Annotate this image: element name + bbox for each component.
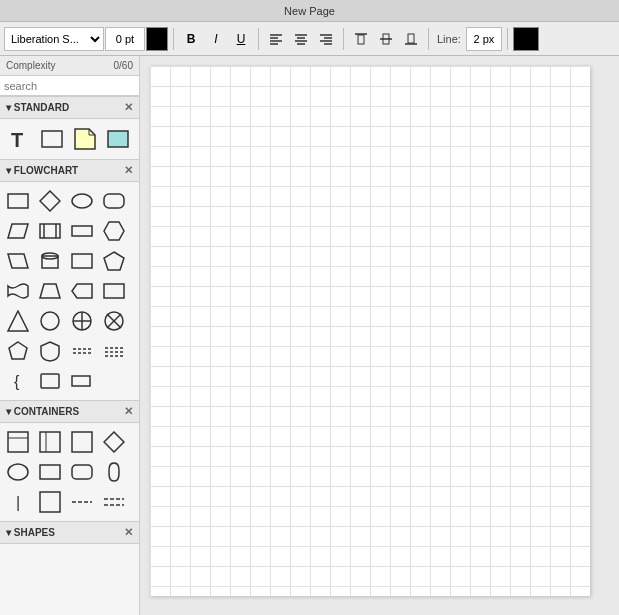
shape-diamond[interactable]: [36, 187, 64, 215]
valign-bottom-button[interactable]: [399, 27, 423, 51]
sep5: [507, 28, 508, 50]
svg-rect-55: [72, 376, 90, 386]
shapes-section-header[interactable]: ▾ SHAPES ✕: [0, 521, 139, 544]
font-family-select[interactable]: Liberation S...: [4, 27, 104, 51]
line-color-swatch[interactable]: [513, 27, 539, 51]
shape-swim-h[interactable]: [36, 428, 64, 456]
flowchart-shapes: {: [0, 182, 139, 400]
shape-flow-d[interactable]: [68, 277, 96, 305]
svg-rect-19: [42, 131, 62, 147]
shape-rect7[interactable]: [36, 488, 64, 516]
sep1: [173, 28, 174, 50]
shape-circle-cross[interactable]: [68, 307, 96, 335]
containers-section-header[interactable]: ▾ CONTAINERS ✕: [0, 400, 139, 423]
svg-marker-26: [8, 224, 28, 238]
line-size-input[interactable]: [466, 27, 502, 51]
shape-rectangle[interactable]: [37, 124, 67, 154]
shape-brace[interactable]: {: [4, 367, 32, 395]
shape-pentagon[interactable]: [100, 247, 128, 275]
shape-rect6[interactable]: [68, 458, 96, 486]
align-right-icon: [319, 32, 333, 46]
valign-middle-icon: [379, 32, 393, 46]
shape-hexagon[interactable]: [100, 217, 128, 245]
shape-trapezoid[interactable]: [36, 277, 64, 305]
svg-marker-36: [104, 252, 124, 270]
shapes-close-button[interactable]: ✕: [124, 526, 133, 539]
shape-cylinder[interactable]: [36, 247, 64, 275]
valign-top-button[interactable]: [349, 27, 373, 51]
shape-pipe[interactable]: |: [4, 488, 32, 516]
shape-empty[interactable]: [68, 367, 96, 395]
valign-bottom-icon: [404, 32, 418, 46]
shape-dash3[interactable]: [68, 488, 96, 516]
sep2: [258, 28, 259, 50]
tab-title[interactable]: New Page: [284, 5, 335, 17]
search-input[interactable]: [4, 80, 140, 92]
flowchart-close-button[interactable]: ✕: [124, 164, 133, 177]
font-size-input[interactable]: [105, 27, 145, 51]
shape-tape[interactable]: [4, 277, 32, 305]
svg-marker-39: [8, 311, 28, 331]
shape-input[interactable]: [4, 217, 32, 245]
svg-rect-56: [8, 432, 28, 452]
shape-rect5[interactable]: [36, 458, 64, 486]
font-color-swatch[interactable]: [146, 27, 168, 51]
shape-parallelogram[interactable]: [4, 247, 32, 275]
align-center-button[interactable]: [289, 27, 313, 51]
valign-middle-button[interactable]: [374, 27, 398, 51]
shape-circle-x[interactable]: [100, 307, 128, 335]
flowchart-section-header[interactable]: ▾ FLOWCHART ✕: [0, 159, 139, 182]
shape-brace2[interactable]: [100, 458, 128, 486]
shape-triangle[interactable]: [4, 307, 32, 335]
containers-close-button[interactable]: ✕: [124, 405, 133, 418]
standard-section-header[interactable]: ▾ STANDARD ✕: [0, 96, 139, 119]
align-left-button[interactable]: [264, 27, 288, 51]
shape-ellipse2[interactable]: [4, 458, 32, 486]
left-panel: Complexity 0/60 ✕ ▾ STANDARD ✕ T: [0, 56, 140, 615]
shape-rounded-rect[interactable]: [100, 187, 128, 215]
shape-bracket[interactable]: [36, 367, 64, 395]
shape-rect4[interactable]: [100, 277, 128, 305]
shape-rect3[interactable]: [68, 247, 96, 275]
svg-rect-38: [104, 284, 124, 298]
shape-pentagon2[interactable]: [4, 337, 32, 365]
shape-circle[interactable]: [36, 307, 64, 335]
italic-button[interactable]: I: [204, 27, 228, 51]
svg-rect-21: [108, 131, 128, 147]
shape-predefined[interactable]: [36, 217, 64, 245]
svg-marker-20: [75, 129, 95, 149]
shape-text[interactable]: T: [4, 124, 34, 154]
bold-button[interactable]: B: [179, 27, 203, 51]
shape-rect2[interactable]: [68, 217, 96, 245]
shape-dash2[interactable]: [100, 337, 128, 365]
svg-point-40: [41, 312, 59, 330]
flowchart-label: ▾ FLOWCHART: [6, 165, 78, 176]
shape-ellipse[interactable]: [68, 187, 96, 215]
shape-diamond2[interactable]: [100, 428, 128, 456]
align-v-group: [349, 27, 423, 51]
svg-rect-54: [41, 374, 59, 388]
align-right-button[interactable]: [314, 27, 338, 51]
shape-process[interactable]: [4, 187, 32, 215]
standard-close-button[interactable]: ✕: [124, 101, 133, 114]
canvas-area[interactable]: [140, 56, 619, 615]
svg-text:T: T: [11, 129, 23, 151]
shape-dash1[interactable]: [68, 337, 96, 365]
svg-rect-58: [40, 432, 60, 452]
svg-rect-27: [40, 224, 60, 238]
shape-container-rect[interactable]: [68, 428, 96, 456]
svg-text:{: {: [14, 373, 20, 390]
canvas-grid: [150, 66, 590, 596]
shape-shield[interactable]: [36, 337, 64, 365]
svg-marker-61: [104, 432, 124, 452]
shape-dash4[interactable]: [100, 488, 128, 516]
shape-swim-v[interactable]: [4, 428, 32, 456]
canvas-page: [150, 66, 590, 596]
underline-button[interactable]: U: [229, 27, 253, 51]
shape-colored-rect[interactable]: [103, 124, 133, 154]
complexity-value: 0/60: [114, 60, 133, 71]
text-format-group: B I U: [179, 27, 253, 51]
underline-label: U: [237, 32, 246, 46]
shape-note[interactable]: [70, 124, 100, 154]
valign-top-icon: [354, 32, 368, 46]
